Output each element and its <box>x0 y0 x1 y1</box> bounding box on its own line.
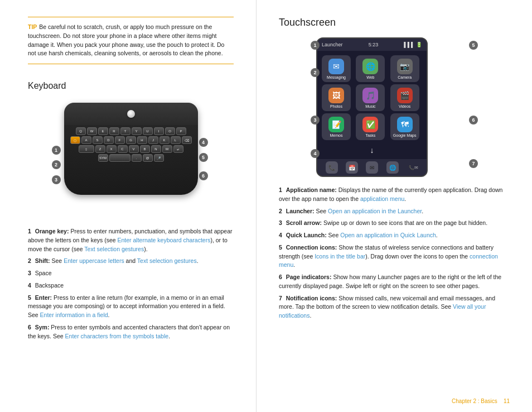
phone-app-grid: ✉ Messaging 🌐 Web 📷 Camera 🖼 Photos <box>317 51 427 145</box>
kbd-callout-3: 3 <box>52 175 61 184</box>
ts-desc-5b: ). Drag down over the icons to open the <box>365 253 470 260</box>
key-space <box>109 154 130 162</box>
key-p: P <box>176 127 186 135</box>
camera-icon: 📷 <box>397 59 413 74</box>
keyboard-top-area <box>64 103 198 125</box>
touchscreen-title: Touchscreen <box>279 17 510 28</box>
kbd-link-5[interactable]: Enter information in a field <box>40 312 108 318</box>
ts-link-2[interactable]: Open an application in the Launcher <box>328 208 422 214</box>
ts-desc-5c: . <box>293 261 295 268</box>
ts-num-5: 5 <box>279 244 282 251</box>
app-camera: 📷 Camera <box>390 55 419 82</box>
ts-key-name-1: Application name: <box>286 186 338 193</box>
key-sym: SYM <box>98 154 108 162</box>
key-mic: 🎤 <box>154 154 164 162</box>
key-z: Z <box>95 145 105 153</box>
kbd-desc-3: Space <box>35 270 52 276</box>
photos-icon: 🖼 <box>328 88 344 103</box>
ts-item-4: 4 Quick Launch: See Open an application … <box>279 231 510 240</box>
kbd-key-name-5: Enter: <box>35 294 54 301</box>
ts-item-5: 5 Connection icons: Show the status of w… <box>279 243 510 270</box>
kbd-desc-4: Backspace <box>35 282 64 289</box>
key-w: W <box>87 127 97 135</box>
app-tasks: ✅ Tasks <box>356 113 385 140</box>
ts-link-1[interactable]: application menu <box>360 195 404 202</box>
app-photos-label: Photos <box>330 104 342 108</box>
kbd-link-1b[interactable]: Text selection gestures <box>84 246 144 252</box>
ts-desc-4b: . <box>436 232 438 238</box>
ts-key-name-3: Scroll arrow: <box>286 219 323 226</box>
page: TIPBe careful not to scratch, crush, or … <box>0 0 532 412</box>
ts-link-4[interactable]: Open an application in Quick Launch <box>340 232 436 238</box>
ts-callout-7: 7 <box>469 159 478 168</box>
ts-callout-1: 1 <box>311 41 320 50</box>
phone-status-bar: Launcher 5:23 ▌▌▌ 🔋 <box>317 39 427 51</box>
kbd-desc-2b: and <box>124 257 137 264</box>
app-memos-label: Memos <box>330 133 343 137</box>
keyboard-desc-list: 1 Orange key: Press to enter numbers, pu… <box>28 227 234 341</box>
ts-num-4: 4 <box>279 232 282 238</box>
key-enter: ↵ <box>173 145 183 153</box>
kbd-callout-4: 4 <box>199 138 208 147</box>
app-messaging: ✉ Messaging <box>322 55 351 82</box>
ts-link-5a[interactable]: Icons in the title bar <box>315 253 365 260</box>
music-icon: 🎵 <box>362 88 378 103</box>
quick-launch-calendar: ✉ <box>366 161 378 174</box>
kbd-link-2b[interactable]: Text selection gestures <box>137 257 197 264</box>
quick-launch-mail: 📅 <box>346 161 358 174</box>
keyboard-outer: 1 2 3 4 5 6 Q W E <box>42 100 220 217</box>
app-googlemaps: 🗺 Google Maps <box>390 113 419 140</box>
notification-icon-1: 📞 <box>409 165 414 170</box>
ts-desc-7b: . <box>309 312 311 319</box>
ts-num-3: 3 <box>279 219 282 226</box>
key-a: A <box>81 136 91 144</box>
kbd-item-3: 3 Space <box>28 269 234 278</box>
key-d: D <box>104 136 114 144</box>
key-shift: ⇧ <box>79 145 94 153</box>
app-googlemaps-label: Google Maps <box>393 133 417 137</box>
kbd-link-2a[interactable]: Enter uppercase letters <box>64 257 124 264</box>
kbd-callout-1: 1 <box>52 146 61 155</box>
ts-key-name-6: Page indicators: <box>286 274 333 280</box>
key-c: C <box>118 145 128 153</box>
phone-time: 5:23 <box>369 42 379 47</box>
scroll-arrow-icon: ↓ <box>370 146 374 155</box>
app-music-label: Music <box>365 104 375 108</box>
page-footer: Chapter 2 : Basics 11 <box>452 398 510 404</box>
ts-num-1: 1 <box>279 186 282 193</box>
app-memos: 📝 Memos <box>322 113 351 140</box>
kbd-link-1a[interactable]: Enter alternate keyboard characters <box>118 237 211 243</box>
phone-screen: Launcher 5:23 ▌▌▌ 🔋 ✉ Messaging 🌐 Web <box>316 37 428 177</box>
key-backspace: ⌫ <box>182 136 192 144</box>
ts-item-1: 1 Application name: Displays the name of… <box>279 186 510 204</box>
footer-page: 11 <box>504 398 510 404</box>
ts-item-2: 2 Launcher: See Open an application in t… <box>279 207 510 216</box>
ts-desc-1b: . <box>404 195 406 202</box>
ts-desc-4: See <box>328 232 341 238</box>
app-videos-label: Videos <box>399 104 410 108</box>
footer-chapter: Chapter 2 : Basics <box>452 398 497 404</box>
kbd-row-2: ⬡ A S D F G H J K L ⌫ <box>70 136 192 144</box>
ts-item-6: 6 Page indicators: Show how many Launche… <box>279 273 510 291</box>
ts-callout-6: 6 <box>469 116 478 124</box>
kbd-row-3: ⇧ Z X C V B N M ↵ <box>70 145 192 153</box>
kbd-item-4: 4 Backspace <box>28 281 234 290</box>
kbd-link-6[interactable]: Enter characters from the symbols table <box>65 333 169 339</box>
keyboard-keys-area: Q W E R T Y U I O P ⬡ <box>64 125 198 166</box>
key-s: S <box>93 136 103 144</box>
key-m: M <box>162 145 172 153</box>
app-photos: 🖼 Photos <box>322 84 351 111</box>
kbd-item-5: 5 Enter: Press to enter a line return (f… <box>28 294 234 320</box>
key-h: H <box>137 136 147 144</box>
kbd-callout-2: 2 <box>52 160 61 169</box>
keyboard-trackball <box>127 110 135 118</box>
kbd-desc-2: See <box>52 257 64 264</box>
key-period: . <box>132 154 142 162</box>
kbd-callout-6: 6 <box>199 171 208 180</box>
key-u: U <box>143 127 153 135</box>
key-v: V <box>129 145 139 153</box>
key-o: O <box>165 127 175 135</box>
ts-num-6: 6 <box>279 274 282 280</box>
ts-callout-4: 4 <box>311 149 320 158</box>
keyboard-body: Q W E R T Y U I O P ⬡ <box>64 103 198 195</box>
